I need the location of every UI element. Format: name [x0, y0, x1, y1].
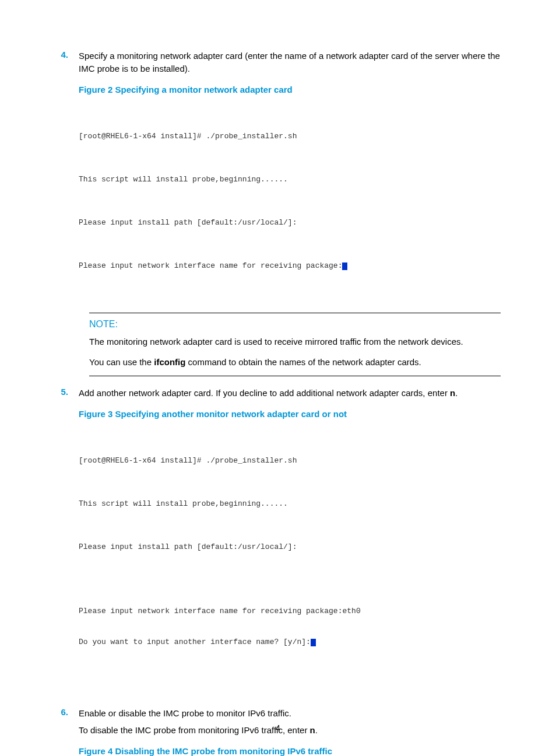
terminal-block: Please input network interface name for … — [79, 586, 501, 667]
terminal-line: [root@RHEL6-1-x64 install]# ./probe_inst… — [79, 454, 501, 468]
terminal-output: [root@RHEL6-1-x64 install]# ./probe_inst… — [79, 100, 501, 302]
terminal-line: [root@RHEL6-1-x64 install]# ./probe_inst… — [79, 130, 501, 144]
step-number: 5. — [55, 387, 79, 696]
figure-caption: Figure 3 Specifying another monitor netw… — [79, 408, 501, 421]
step-body: Specify a monitoring network adapter car… — [79, 50, 501, 302]
terminal-line: Please input install path [default:/usr/… — [79, 540, 501, 555]
cursor-icon — [311, 639, 316, 646]
cursor-icon — [342, 262, 347, 270]
terminal-line: This script will install probe,beginning… — [79, 497, 501, 512]
step-text: Enable or disable the IMC probe to monit… — [79, 707, 501, 720]
step-number: 4. — [55, 50, 79, 302]
terminal-line: Please input network interface name for … — [79, 606, 501, 617]
terminal-line: Please input network interface name for … — [79, 259, 501, 274]
note-block: NOTE: The monitoring network adapter car… — [89, 313, 501, 376]
terminal-line: Please input install path [default:/usr/… — [79, 216, 501, 230]
step-text: Specify a monitoring network adapter car… — [79, 50, 501, 75]
figure-caption: Figure 2 Specifying a monitor network ad… — [79, 83, 501, 96]
step-4: 4. Specify a monitoring network adapter … — [55, 50, 501, 302]
terminal-output: [root@RHEL6-1-x64 install]# ./probe_inst… — [79, 425, 501, 696]
step-5: 5. Add another network adapter card. If … — [55, 387, 501, 696]
terminal-line: This script will install probe,beginning… — [79, 173, 501, 187]
figure-caption: Figure 4 Disabling the IMC probe from mo… — [79, 745, 501, 756]
note-label: NOTE: — [89, 319, 501, 330]
note-text: You can use the ifconfig command to obta… — [89, 355, 501, 370]
page-number: 4 — [0, 723, 556, 733]
note-text: The monitoring network adapter card is u… — [89, 334, 501, 349]
note-rule-bottom — [89, 376, 501, 376]
terminal-line: Do you want to input another interface n… — [79, 637, 501, 648]
step-text: Add another network adapter card. If you… — [79, 387, 501, 400]
step-body: Add another network adapter card. If you… — [79, 387, 501, 696]
note-rule-top — [89, 313, 501, 313]
